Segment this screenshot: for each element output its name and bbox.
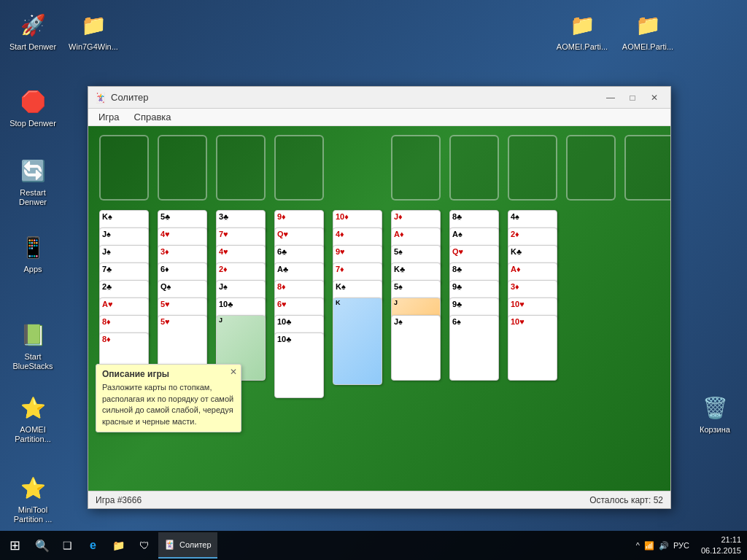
window-menubar: Игра Справка: [88, 109, 670, 126]
solitaire-taskbar-button[interactable]: 🃏 Солитер: [158, 532, 217, 559]
taskbar: ⊞ 🔍 ❑ e 📁 🛡 🃏 Солитер ^ 📶 🔊 РУС 21:11 06…: [0, 531, 747, 560]
card-col4-8[interactable]: 10♣: [274, 332, 324, 398]
win7g4win-icon: 📁: [79, 10, 108, 39]
desktop-icon-win7g4win[interactable]: 📁 Win7G4Win...: [64, 7, 123, 55]
file-explorer-button[interactable]: 📁: [106, 531, 131, 560]
recycle-label: Корзина: [700, 425, 730, 435]
aomei1-icon: 📁: [568, 10, 597, 39]
window-controls: — □ ✕: [600, 90, 665, 105]
search-button[interactable]: 🔍: [29, 531, 55, 560]
start-denwer-label: Start Denwer: [9, 42, 56, 52]
desktop-icon-restart-denwer[interactable]: 🔄 Restart Denwer: [4, 153, 62, 210]
clock-time: 21:11: [701, 534, 741, 545]
solitaire-taskbar-label: Солитер: [179, 540, 212, 549]
window-app-icon: 🃏: [94, 92, 107, 104]
system-tray: ^ 📶 🔊 РУС: [630, 541, 695, 551]
stop-denwer-icon: 🛑: [18, 87, 47, 116]
restart-denwer-icon: 🔄: [18, 156, 47, 185]
solitaire-taskbar-icon: 🃏: [164, 540, 175, 550]
game-number: Игра #3666: [96, 495, 142, 505]
restart-denwer-label: Restart Denwer: [7, 188, 59, 207]
draw-pile-4[interactable]: [274, 135, 324, 201]
solitaire-window: 🃏 Солитер — □ ✕ Игра Справка: [88, 86, 671, 509]
system-clock[interactable]: 21:11 06.12.2015: [695, 534, 747, 557]
desktop-icon-recycle[interactable]: 🗑️ Корзина: [686, 390, 744, 438]
cards-remaining: Осталось карт: 52: [589, 495, 663, 505]
aomei2-icon: 📁: [633, 10, 662, 39]
tray-language[interactable]: РУС: [673, 541, 689, 550]
desktop-icon-stop-denwer[interactable]: 🛑 Stop Denwer: [4, 84, 62, 131]
shield-button[interactable]: 🛡: [131, 531, 157, 560]
foundation-pile-4[interactable]: [566, 135, 616, 201]
start-denwer-icon: 🚀: [18, 10, 47, 39]
start-button[interactable]: ⊞: [0, 531, 29, 560]
card-col5-face[interactable]: K: [333, 298, 382, 385]
tray-arrow[interactable]: ^: [636, 541, 640, 550]
desktop-icon-start-denwer[interactable]: 🚀 Start Denwer: [4, 7, 62, 55]
draw-pile-2[interactable]: [158, 135, 207, 201]
clock-date: 06.12.2015: [701, 545, 741, 556]
minitool-icon: ⭐: [18, 473, 47, 502]
desktop-icon-apps[interactable]: 📱 Apps: [4, 230, 62, 277]
edge-button[interactable]: e: [80, 531, 106, 560]
desktop-icon-aomei1[interactable]: 📁 AOMEI.Parti...: [553, 7, 611, 55]
desktop: 🚀 Start Denwer 📁 Win7G4Win... 🛑 Stop Den…: [0, 0, 747, 560]
win7g4win-label: Win7G4Win...: [69, 42, 118, 52]
maximize-button[interactable]: □: [622, 90, 643, 105]
window-title: Солитер: [111, 92, 596, 103]
menu-help[interactable]: Справка: [127, 110, 179, 124]
card-col6-7[interactable]: J♠: [391, 315, 441, 381]
aomei-partition-label: AOMEI Partition...: [7, 425, 59, 444]
aomei-partition-icon: ⭐: [18, 393, 47, 422]
menu-game[interactable]: Игра: [91, 110, 127, 124]
minimize-button[interactable]: —: [600, 90, 621, 105]
tooltip-title: Описание игры: [102, 369, 235, 379]
bluestacks-label: Start BlueStacks: [7, 352, 59, 371]
foundation-pile-5[interactable]: [624, 135, 670, 201]
draw-pile-3[interactable]: [216, 135, 266, 201]
close-button[interactable]: ✕: [644, 90, 665, 105]
bluestacks-icon: 📗: [18, 320, 47, 349]
foundation-pile-3[interactable]: [508, 135, 557, 201]
card-col7-7[interactable]: 6♠: [449, 315, 499, 381]
aomei2-label: AOMEI.Parti...: [622, 42, 673, 52]
tooltip-box: Описание игры ✕ Разложите карты по стопк…: [96, 364, 241, 432]
task-view-button[interactable]: ❑: [55, 531, 80, 560]
apps-icon: 📱: [18, 233, 47, 262]
tooltip-text: Разложите карты по стопкам, располагая и…: [102, 382, 235, 427]
tooltip-close-button[interactable]: ✕: [230, 367, 237, 377]
window-titlebar: 🃏 Солитер — □ ✕: [88, 87, 670, 109]
card-col8-7[interactable]: 10♥: [508, 315, 557, 381]
minitool-label: MiniTool Partition ...: [7, 505, 59, 524]
apps-label: Apps: [23, 265, 42, 274]
desktop-icon-aomei2[interactable]: 📁 AOMEI.Parti...: [619, 7, 677, 55]
desktop-icon-minitool[interactable]: ⭐ MiniTool Partition ...: [4, 470, 62, 527]
game-area[interactable]: K♠ J♠ J♠ 7♣ 2♣ A♥ 8♦ 8♦ 5♣ 4♥ 3♦ 6♦ Q♠ 5…: [88, 126, 670, 491]
foundation-pile-2[interactable]: [449, 135, 499, 201]
desktop-icon-bluestacks[interactable]: 📗 Start BlueStacks: [4, 317, 62, 374]
foundation-pile-1[interactable]: [391, 135, 441, 201]
draw-pile-1[interactable]: [99, 135, 149, 201]
tray-network[interactable]: 📶: [644, 541, 654, 551]
aomei1-label: AOMEI.Parti...: [557, 42, 608, 52]
tray-volume[interactable]: 🔊: [659, 541, 669, 551]
stop-denwer-label: Stop Denwer: [9, 119, 56, 128]
desktop-icon-aomei-partition[interactable]: ⭐ AOMEI Partition...: [4, 390, 62, 447]
status-bar: Игра #3666 Осталось карт: 52: [88, 491, 670, 508]
recycle-icon: 🗑️: [700, 393, 729, 422]
